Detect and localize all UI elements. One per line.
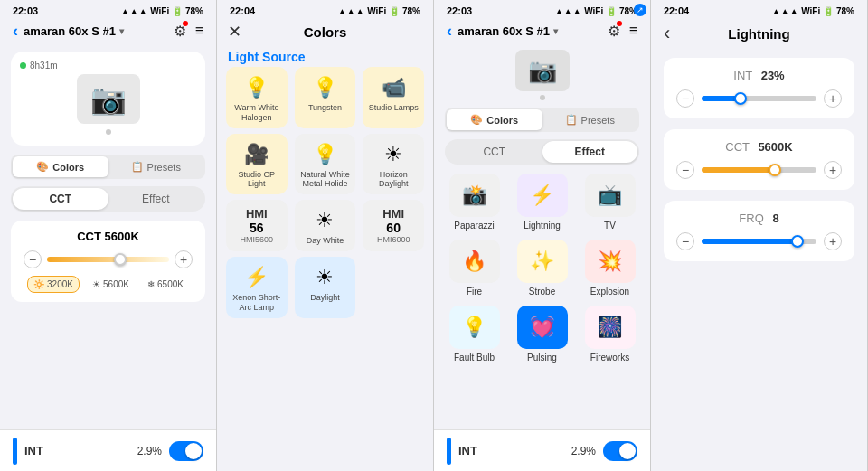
cct-plus-1[interactable]: +	[175, 250, 193, 268]
back-icon-4[interactable]: ‹	[664, 22, 670, 45]
settings-icon-3[interactable]: ⚙	[608, 23, 620, 40]
effect-fire-3[interactable]: 🔥 Fire	[445, 240, 504, 297]
cct-thumb-4	[769, 164, 781, 176]
pulsing-active-badge-3: ↗	[634, 4, 646, 16]
nav-bar-1: ‹ amaran 60x S #1 ▾ ⚙ ≡	[0, 18, 216, 46]
online-time-1: 8h31m	[30, 61, 58, 71]
fireworks-label-3: Fireworks	[590, 353, 629, 363]
fireworks-icon-box-3: 🎆	[585, 306, 636, 349]
nav-icons-3: ⚙ ≡	[608, 23, 637, 40]
light-card-studio-cp-2[interactable]: 🎥 Studio CP Light	[226, 134, 288, 195]
cct-slider-4[interactable]	[702, 167, 816, 173]
preset-6500k-1[interactable]: ❄ 6500K	[142, 276, 189, 293]
time-1: 22:03	[13, 5, 38, 16]
colors-label-3: Colors	[486, 115, 518, 126]
light-card-natural-white-2[interactable]: 💡 Natural White Metal Holide	[295, 134, 356, 195]
preset-cold-icon-1: ❄	[147, 279, 155, 289]
cct-plus-4[interactable]: +	[824, 161, 842, 179]
battery-icon-1: 🔋 78%	[172, 6, 203, 16]
light-card-warm-white-2[interactable]: 💡 Warm White Halogen	[226, 67, 288, 128]
cct-effect-row-3: CCT Effect	[445, 139, 639, 165]
light-card-xenon-2[interactable]: ⚡ Xenon Short-Arc Lamp	[226, 257, 288, 318]
effect-fireworks-3[interactable]: 🎆 Fireworks	[580, 306, 639, 363]
cct-minus-4[interactable]: −	[676, 161, 694, 179]
tab-colors-1[interactable]: 🎨 Colors	[13, 156, 108, 177]
effect-fault-bulb-3[interactable]: 💡 Fault Bulb	[445, 306, 504, 363]
colors-title-2: Colors	[304, 24, 347, 40]
paparazzi-icon-3: 📸	[462, 184, 486, 207]
effect-strobe-3[interactable]: ✨ Strobe	[513, 240, 571, 297]
frq-minus-4[interactable]: −	[676, 232, 694, 250]
light-card-hmi5600-2[interactable]: HMI 56 HMI5600	[226, 200, 288, 251]
colors-icon-1: 🎨	[36, 161, 49, 173]
effect-btn-3[interactable]: Effect	[542, 141, 638, 163]
tab-presets-1[interactable]: 📋 Presets	[108, 156, 204, 177]
frq-thumb-4	[791, 235, 804, 248]
fire-icon-3: 🔥	[462, 250, 486, 273]
studio-lamps-label-2: Studio Lamps	[369, 103, 419, 113]
device-image-1: 📷	[77, 74, 140, 124]
tv-label-3: TV	[604, 221, 616, 231]
light-card-hmi6000-2[interactable]: HMI 60 HMI6000	[363, 200, 424, 251]
int-label-3: INT	[458, 444, 484, 457]
back-icon-1[interactable]: ‹	[13, 22, 18, 41]
preset-warm-icon-1: 🔆	[33, 279, 44, 289]
horizon-icon-2: ☀	[384, 143, 402, 166]
int-minus-4[interactable]: −	[676, 89, 694, 108]
chevron-icon-3[interactable]: ▾	[553, 26, 558, 36]
paparazzi-icon-box-3: 📸	[449, 174, 500, 217]
menu-icon-3[interactable]: ≡	[629, 23, 637, 40]
effect-tv-3[interactable]: 📺 TV	[580, 174, 639, 231]
status-bar-4: 22:04 ▲▲▲ WiFi 🔋 78%	[651, 0, 867, 18]
light-card-horizon-2[interactable]: ☀ Horizon Daylight	[363, 134, 424, 195]
frq-plus-4[interactable]: +	[824, 232, 842, 250]
toggle-knob-1	[185, 443, 202, 459]
signal-icon-4: ▲▲▲	[771, 6, 798, 16]
effect-btn-1[interactable]: Effect	[108, 188, 204, 210]
cct-btn-3[interactable]: CCT	[447, 141, 542, 163]
int-text-4: INT	[733, 69, 752, 82]
toggle-switch-3[interactable]	[603, 441, 637, 461]
frq-slider-4[interactable]	[702, 239, 816, 244]
time-4: 22:04	[664, 5, 689, 16]
cct-slider-1[interactable]	[47, 257, 169, 262]
effect-explosion-3[interactable]: 💥 Explosion	[580, 240, 639, 297]
status-icons-2: ▲▲▲ WiFi 🔋 78%	[337, 6, 420, 16]
effect-paparazzi-3[interactable]: 📸 Paparazzi	[445, 174, 504, 231]
preset-5600k-1[interactable]: ☀ 5600K	[87, 276, 135, 293]
lightning-icon-box-3: ⚡	[517, 174, 568, 217]
close-icon-2[interactable]: ✕	[228, 22, 241, 42]
light-source-grid-2: 💡 Warm White Halogen 💡 Tungsten 📹 Studio…	[217, 67, 433, 471]
light-card-tungsten-2[interactable]: 💡 Tungsten	[295, 67, 356, 128]
back-icon-3[interactable]: ‹	[447, 22, 452, 41]
strobe-icon-3: ✨	[530, 250, 554, 273]
light-card-studio-lamps-2[interactable]: 📹 Studio Lamps	[363, 67, 424, 128]
cct-btn-1[interactable]: CCT	[13, 188, 108, 210]
int-slider-row-4: − +	[676, 89, 842, 108]
preset-3200k-1[interactable]: 🔆 3200K	[27, 276, 80, 293]
int-value-4: 23%	[761, 69, 785, 82]
hmi6000-label-2: HMI6000	[377, 235, 410, 244]
cct-presets-1: 🔆 3200K ☀ 5600K ❄ 6500K	[24, 276, 193, 293]
effect-grid-3: 📸 Paparazzi ⚡ Lightning 📺 TV 🔥 Fire ✨ St…	[434, 168, 650, 368]
wifi-icon-3: WiFi	[584, 6, 603, 16]
device-dot-3	[434, 93, 650, 102]
tungsten-label-2: Tungsten	[308, 103, 342, 113]
effect-pulsing-3[interactable]: 💓 ↗ Pulsing	[513, 306, 571, 363]
preset-6500k-label-1: 6500K	[157, 279, 184, 289]
tab-colors-3[interactable]: 🎨 Colors	[447, 109, 542, 130]
light-card-day-white-2[interactable]: ☀ Day White	[295, 200, 356, 251]
menu-icon-1[interactable]: ≡	[195, 23, 203, 40]
frq-param-label-4: FRQ 8	[676, 212, 842, 225]
int-blue-bar-1	[13, 438, 17, 465]
studio-cp-label-2: Studio CP Light	[231, 170, 282, 190]
effect-lightning-3[interactable]: ⚡ Lightning	[513, 174, 571, 231]
cct-minus-1[interactable]: −	[24, 250, 42, 268]
int-slider-4[interactable]	[702, 96, 816, 101]
settings-icon-1[interactable]: ⚙	[174, 23, 186, 40]
chevron-icon-1[interactable]: ▾	[119, 26, 124, 36]
tab-presets-3[interactable]: 📋 Presets	[542, 109, 638, 130]
toggle-switch-1[interactable]	[169, 441, 203, 461]
int-plus-4[interactable]: +	[824, 89, 842, 108]
light-card-daylight-2[interactable]: ☀ Daylight	[295, 257, 356, 318]
